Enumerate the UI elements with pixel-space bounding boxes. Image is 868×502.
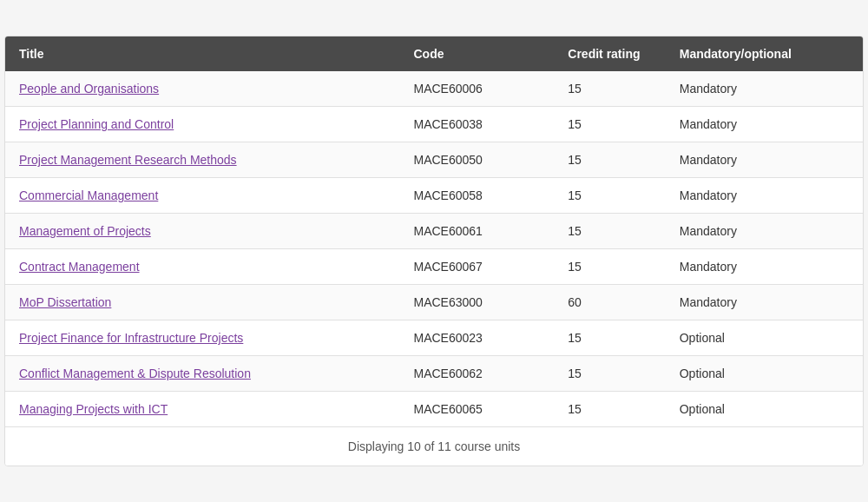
table-row: MoP DissertationMACE6300060Mandatory xyxy=(5,285,863,320)
cell-title: Conflict Management & Dispute Resolution xyxy=(5,356,399,392)
cell-credit: 15 xyxy=(554,142,665,178)
cell-code: MACE60006 xyxy=(399,71,554,107)
cell-code: MACE60065 xyxy=(399,392,554,427)
table-row: Project Planning and ControlMACE6003815M… xyxy=(5,107,863,142)
cell-credit: 15 xyxy=(554,356,665,392)
table-row: Commercial ManagementMACE6005815Mandator… xyxy=(5,178,863,214)
course-title-link[interactable]: Contract Management xyxy=(19,260,140,274)
cell-status: Mandatory xyxy=(666,249,863,285)
cell-status: Optional xyxy=(666,392,863,427)
table-row: Conflict Management & Dispute Resolution… xyxy=(5,356,863,392)
cell-title: Commercial Management xyxy=(5,178,399,214)
cell-code: MACE60023 xyxy=(399,320,554,356)
course-units-table-container: Title Code Credit rating Mandatory/optio… xyxy=(4,36,864,466)
cell-code: MACE60062 xyxy=(399,356,554,392)
course-title-link[interactable]: People and Organisations xyxy=(19,82,159,96)
cell-status: Mandatory xyxy=(666,214,863,249)
cell-code: MACE60050 xyxy=(399,142,554,178)
cell-credit: 15 xyxy=(554,392,665,427)
table-row: Management of ProjectsMACE6006115Mandato… xyxy=(5,214,863,249)
cell-code: MACE60061 xyxy=(399,214,554,249)
cell-status: Mandatory xyxy=(666,142,863,178)
header-credit: Credit rating xyxy=(554,36,665,71)
course-title-link[interactable]: Managing Projects with ICT xyxy=(19,402,168,416)
cell-status: Mandatory xyxy=(666,285,863,320)
course-units-table: Title Code Credit rating Mandatory/optio… xyxy=(5,36,863,466)
header-code: Code xyxy=(399,36,554,71)
header-title: Title xyxy=(5,36,399,71)
course-title-link[interactable]: MoP Dissertation xyxy=(19,295,111,309)
cell-credit: 15 xyxy=(554,214,665,249)
cell-credit: 60 xyxy=(554,285,665,320)
cell-status: Mandatory xyxy=(666,71,863,107)
course-title-link[interactable]: Project Management Research Methods xyxy=(19,153,237,167)
table-footer-row: Displaying 10 of 11 course units xyxy=(5,427,863,466)
cell-title: Project Management Research Methods xyxy=(5,142,399,178)
table-row: Project Finance for Infrastructure Proje… xyxy=(5,320,863,356)
cell-status: Optional xyxy=(666,320,863,356)
cell-title: Project Planning and Control xyxy=(5,107,399,142)
table-header-row: Title Code Credit rating Mandatory/optio… xyxy=(5,36,863,71)
table-footer-text: Displaying 10 of 11 course units xyxy=(5,427,863,466)
cell-credit: 15 xyxy=(554,178,665,214)
cell-credit: 15 xyxy=(554,320,665,356)
cell-credit: 15 xyxy=(554,71,665,107)
cell-title: Management of Projects xyxy=(5,214,399,249)
cell-status: Mandatory xyxy=(666,107,863,142)
table-row: Project Management Research MethodsMACE6… xyxy=(5,142,863,178)
table-row: Contract ManagementMACE6006715Mandatory xyxy=(5,249,863,285)
cell-code: MACE60058 xyxy=(399,178,554,214)
cell-code: MACE60038 xyxy=(399,107,554,142)
table-row: People and OrganisationsMACE6000615Manda… xyxy=(5,71,863,107)
cell-title: People and Organisations xyxy=(5,71,399,107)
cell-status: Mandatory xyxy=(666,178,863,214)
cell-credit: 15 xyxy=(554,107,665,142)
cell-title: Managing Projects with ICT xyxy=(5,392,399,427)
course-title-link[interactable]: Management of Projects xyxy=(19,224,151,238)
cell-title: Contract Management xyxy=(5,249,399,285)
cell-credit: 15 xyxy=(554,249,665,285)
table-row: Managing Projects with ICTMACE6006515Opt… xyxy=(5,392,863,427)
course-title-link[interactable]: Conflict Management & Dispute Resolution xyxy=(19,367,251,380)
header-mandatory: Mandatory/optional xyxy=(666,36,863,71)
cell-title: MoP Dissertation xyxy=(5,285,399,320)
cell-code: MACE60067 xyxy=(399,249,554,285)
cell-title: Project Finance for Infrastructure Proje… xyxy=(5,320,399,356)
cell-code: MACE63000 xyxy=(399,285,554,320)
course-title-link[interactable]: Project Planning and Control xyxy=(19,117,174,131)
course-title-link[interactable]: Commercial Management xyxy=(19,188,158,202)
cell-status: Optional xyxy=(666,356,863,392)
course-title-link[interactable]: Project Finance for Infrastructure Proje… xyxy=(19,331,243,345)
